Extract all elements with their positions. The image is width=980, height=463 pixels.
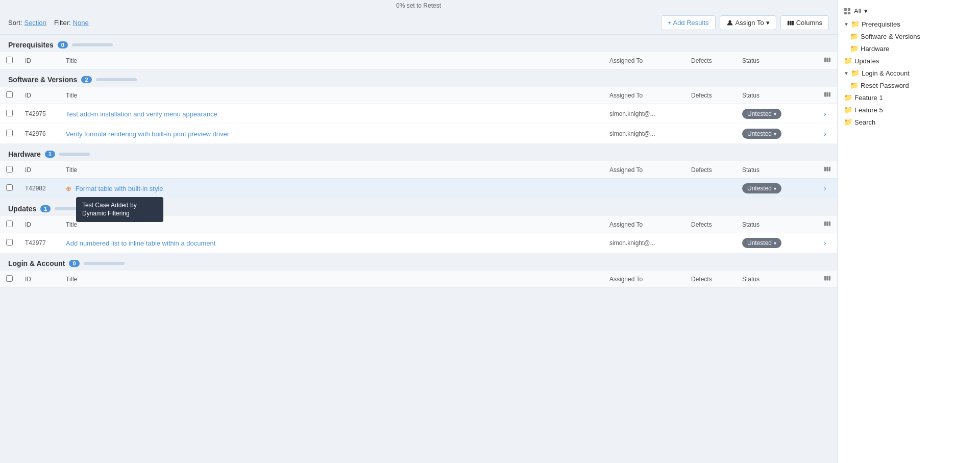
svg-rect-5 xyxy=(826,58,828,62)
section-title-login: Login & Account xyxy=(8,259,65,267)
sort-filter-bar: Sort: Section Filter: None xyxy=(8,19,657,27)
col-header-id-updates: ID xyxy=(19,216,60,233)
select-all-hw[interactable] xyxy=(6,166,13,173)
badge-updates: 1 xyxy=(40,205,51,212)
row-id-T42975: T42975 xyxy=(19,104,60,124)
status-badge-T42977[interactable]: Untested ▾ xyxy=(742,238,781,248)
filter-value[interactable]: None xyxy=(73,19,89,27)
section-hardware: Hardware 1 xyxy=(0,144,837,161)
sidebar-item-hardware[interactable]: 📁 Hardware xyxy=(838,42,980,55)
svg-rect-1 xyxy=(788,20,790,25)
svg-rect-10 xyxy=(824,167,826,172)
columns-settings-icon-updates[interactable] xyxy=(824,220,831,227)
select-all-sw[interactable] xyxy=(6,91,13,98)
status-badge-T42982[interactable]: Untested ▾ xyxy=(742,183,781,193)
toolbar-buttons: + Add Results Assign To ▾ Columns xyxy=(661,15,829,30)
status-badge-T42976[interactable]: Untested ▾ xyxy=(742,129,781,139)
sidebar-label-feature1: Feature 1 xyxy=(854,94,883,102)
sidebar-all-label[interactable]: All xyxy=(854,7,861,15)
grid-icon xyxy=(844,8,851,15)
sidebar-item-sw-versions[interactable]: 📁 Software & Versions xyxy=(838,30,980,42)
status-badge-T42975[interactable]: Untested ▾ xyxy=(742,109,781,119)
row-id-T42977: T42977 xyxy=(19,233,60,253)
row-status-T42976: Untested ▾ xyxy=(736,124,818,144)
columns-settings-icon-hw[interactable] xyxy=(824,165,831,173)
col-header-assigned-hw: Assigned To xyxy=(603,161,685,179)
row-defects-T42976 xyxy=(685,124,736,144)
select-all-updates[interactable] xyxy=(6,221,13,227)
svg-rect-21 xyxy=(844,11,847,14)
col-header-assigned-sw: Assigned To xyxy=(603,87,685,104)
add-results-button[interactable]: + Add Results xyxy=(661,15,716,30)
col-header-defects-sw: Defects xyxy=(685,87,736,104)
table-hw: ID Title Assigned To Defects Status T429… xyxy=(0,161,837,199)
col-header-defects-login: Defects xyxy=(685,271,736,288)
columns-settings-icon-login[interactable] xyxy=(824,275,831,282)
table-row: T42977 Add numbered list to inline table… xyxy=(0,233,837,253)
row-status-T42975: Untested ▾ xyxy=(736,104,818,124)
svg-rect-13 xyxy=(824,222,826,226)
sidebar: All ▾ ▼ 📁 Prerequisites 📁 Software & Ver… xyxy=(837,0,980,463)
columns-settings-icon-sw[interactable] xyxy=(824,91,831,98)
chevron-down-T42982: ▾ xyxy=(774,186,776,191)
chevron-right-T42975[interactable]: › xyxy=(824,110,826,118)
sidebar-item-updates[interactable]: 📁 Updates xyxy=(838,55,980,67)
sidebar-dropdown-icon[interactable]: ▾ xyxy=(864,7,868,15)
svg-rect-3 xyxy=(792,20,794,25)
col-actions-hw xyxy=(818,161,837,179)
row-status-T42982: Untested ▾ xyxy=(736,179,818,199)
folder-icon-search: 📁 xyxy=(844,118,852,126)
svg-rect-8 xyxy=(826,92,828,97)
col-header-id-hw: ID xyxy=(19,161,60,179)
row-check-T42982[interactable] xyxy=(6,184,13,191)
row-defects-T42977 xyxy=(685,233,736,253)
svg-rect-15 xyxy=(829,222,831,226)
col-header-defects-updates: Defects xyxy=(685,216,736,233)
section-login-account: Login & Account 0 xyxy=(0,253,837,271)
row-check-T42976[interactable] xyxy=(6,130,13,136)
table-row: T42975 Test add-in installation and veri… xyxy=(0,104,837,124)
sidebar-item-reset-password[interactable]: 📁 Reset Password xyxy=(838,79,980,91)
progress-updates xyxy=(55,207,85,210)
row-assigned-T42977: simon.knight@... xyxy=(603,233,685,253)
col-header-status-login: Status xyxy=(736,271,818,288)
sidebar-item-prerequisites[interactable]: ▼ 📁 Prerequisites xyxy=(838,18,980,30)
sidebar-item-feature5[interactable]: 📁 Feature 5 xyxy=(838,104,980,116)
columns-icon xyxy=(787,19,794,27)
sidebar-header: All ▾ xyxy=(838,4,980,18)
sidebar-item-search[interactable]: 📁 Search xyxy=(838,116,980,128)
columns-settings-icon[interactable] xyxy=(824,56,831,63)
col-header-status: Status xyxy=(736,52,818,69)
select-all-login[interactable] xyxy=(6,275,13,282)
sort-value[interactable]: Section xyxy=(24,19,46,27)
section-updates: Updates 1 xyxy=(0,199,837,216)
select-all-prerequisites[interactable] xyxy=(6,57,13,63)
col-header-defects-hw: Defects xyxy=(685,161,736,179)
chevron-right-T42982[interactable]: › xyxy=(824,184,826,192)
chevron-right-T42976[interactable]: › xyxy=(824,130,826,138)
assign-to-button[interactable]: Assign To ▾ xyxy=(720,15,776,30)
row-actions-T42975: › xyxy=(818,104,837,124)
chevron-right-T42977[interactable]: › xyxy=(824,239,826,247)
sidebar-label-reset: Reset Password xyxy=(861,82,909,89)
svg-rect-9 xyxy=(829,92,831,97)
row-check-T42975[interactable] xyxy=(6,110,13,116)
row-title-link-T42982[interactable]: Format table with built-in style xyxy=(76,185,163,192)
svg-rect-4 xyxy=(824,58,826,62)
row-check-T42977[interactable] xyxy=(6,239,13,246)
badge-hw: 1 xyxy=(45,151,55,158)
sidebar-item-login-account[interactable]: ▼ 📁 Login & Account xyxy=(838,67,980,79)
badge-login: 0 xyxy=(69,260,79,267)
folder-icon-feature5: 📁 xyxy=(844,106,852,114)
col-header-status-hw: Status xyxy=(736,161,818,179)
col-header-id: ID xyxy=(19,52,60,69)
row-id-T42982: T42982 xyxy=(19,179,60,199)
progress-prerequisites xyxy=(72,43,113,46)
row-assigned-T42982 xyxy=(603,179,685,199)
sidebar-item-feature1[interactable]: 📁 Feature 1 xyxy=(838,91,980,104)
col-header-id-login: ID xyxy=(19,271,60,288)
col-header-assigned: Assigned To xyxy=(603,52,685,69)
row-defects-T42975 xyxy=(685,104,736,124)
progress-sw xyxy=(96,78,137,81)
columns-button[interactable]: Columns xyxy=(780,15,829,30)
